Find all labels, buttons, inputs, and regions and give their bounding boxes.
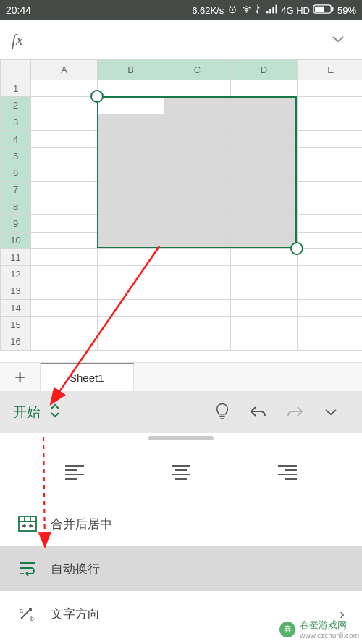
cell[interactable]: [298, 181, 363, 198]
cell[interactable]: [231, 333, 298, 350]
cell[interactable]: [164, 97, 231, 114]
cell[interactable]: [31, 130, 98, 147]
cell[interactable]: [98, 148, 164, 164]
cell[interactable]: [31, 299, 98, 316]
cell[interactable]: [31, 283, 98, 299]
cell[interactable]: [31, 317, 98, 333]
cell[interactable]: [31, 164, 98, 181]
cell[interactable]: [98, 283, 164, 299]
cell[interactable]: [231, 80, 298, 97]
cell[interactable]: [298, 215, 363, 232]
row-header[interactable]: 8: [1, 198, 31, 215]
cell[interactable]: [164, 283, 231, 299]
cell[interactable]: [231, 283, 298, 299]
row-header[interactable]: 5: [1, 148, 31, 164]
row-header[interactable]: 7: [1, 181, 31, 198]
row-header[interactable]: 6: [1, 164, 31, 181]
cell[interactable]: [231, 97, 298, 114]
cell[interactable]: [164, 80, 231, 97]
ribbon-collapse-button[interactable]: [313, 408, 349, 417]
cell[interactable]: [231, 198, 298, 215]
cell[interactable]: [164, 232, 231, 248]
col-header[interactable]: D: [231, 60, 298, 80]
col-header[interactable]: A: [31, 60, 98, 80]
cell[interactable]: [164, 215, 231, 232]
cell[interactable]: [231, 164, 298, 181]
cell[interactable]: [298, 317, 363, 333]
cell[interactable]: [98, 80, 164, 97]
sheet-tab[interactable]: Sheet1: [41, 363, 134, 391]
cell[interactable]: [231, 317, 298, 333]
cell[interactable]: [164, 198, 231, 215]
row-header[interactable]: 13: [1, 283, 31, 299]
cell[interactable]: [298, 299, 363, 316]
cell[interactable]: [98, 114, 164, 130]
cell[interactable]: [231, 232, 298, 248]
cell[interactable]: [298, 80, 363, 97]
cell[interactable]: [31, 232, 98, 248]
cell[interactable]: [298, 266, 363, 283]
col-header[interactable]: E: [298, 60, 363, 80]
ribbon-tab-selector[interactable]: 开始: [13, 403, 61, 422]
cell[interactable]: [164, 248, 231, 265]
row-header[interactable]: 10: [1, 232, 31, 248]
col-header[interactable]: C: [164, 60, 231, 80]
cell[interactable]: [298, 248, 363, 265]
cell[interactable]: [164, 148, 231, 164]
cell[interactable]: [164, 333, 231, 350]
cell[interactable]: [231, 130, 298, 147]
cell[interactable]: [98, 266, 164, 283]
add-sheet-button[interactable]: +: [0, 363, 41, 391]
wrap-text-item[interactable]: 自动换行: [0, 546, 362, 591]
cell[interactable]: [298, 148, 363, 164]
cell[interactable]: [164, 181, 231, 198]
cell[interactable]: [298, 283, 363, 299]
cell[interactable]: [31, 181, 98, 198]
cell[interactable]: [298, 114, 363, 130]
cell[interactable]: [298, 333, 363, 350]
row-header[interactable]: 16: [1, 333, 31, 350]
cell[interactable]: [98, 215, 164, 232]
cell[interactable]: [164, 114, 231, 130]
cell[interactable]: [31, 266, 98, 283]
chevron-down-icon[interactable]: [332, 33, 345, 46]
redo-button[interactable]: [277, 404, 313, 420]
row-header[interactable]: 9: [1, 215, 31, 232]
cell[interactable]: [31, 148, 98, 164]
align-center-button[interactable]: [161, 456, 201, 489]
row-header[interactable]: 2: [1, 97, 31, 114]
cell[interactable]: [31, 114, 98, 130]
row-header[interactable]: 15: [1, 317, 31, 333]
cell[interactable]: [31, 333, 98, 350]
cell[interactable]: [231, 181, 298, 198]
cell[interactable]: [98, 198, 164, 215]
cell[interactable]: [231, 266, 298, 283]
col-header[interactable]: B: [98, 60, 164, 80]
cell[interactable]: [231, 148, 298, 164]
row-header[interactable]: 11: [1, 248, 31, 265]
cell[interactable]: [164, 266, 231, 283]
cell[interactable]: [98, 164, 164, 181]
cell[interactable]: [98, 317, 164, 333]
undo-button[interactable]: [240, 404, 277, 420]
cell[interactable]: [98, 232, 164, 248]
cell[interactable]: [98, 248, 164, 265]
drag-handle[interactable]: [0, 433, 362, 443]
tell-me-button[interactable]: [204, 402, 240, 422]
select-all-cell[interactable]: [1, 60, 31, 80]
cell[interactable]: [98, 299, 164, 316]
cell[interactable]: [31, 215, 98, 232]
row-header[interactable]: 1: [1, 80, 31, 97]
cell[interactable]: [31, 198, 98, 215]
cell[interactable]: [31, 80, 98, 97]
cell[interactable]: [231, 114, 298, 130]
cell[interactable]: [231, 299, 298, 316]
cell[interactable]: [31, 248, 98, 265]
cell[interactable]: [298, 130, 363, 147]
align-right-button[interactable]: [267, 456, 308, 489]
cell[interactable]: [164, 130, 231, 147]
cell[interactable]: [231, 248, 298, 265]
spreadsheet-grid[interactable]: ABCDE12345678910111213141516: [0, 59, 362, 362]
cell[interactable]: [164, 164, 231, 181]
cell[interactable]: [98, 333, 164, 350]
